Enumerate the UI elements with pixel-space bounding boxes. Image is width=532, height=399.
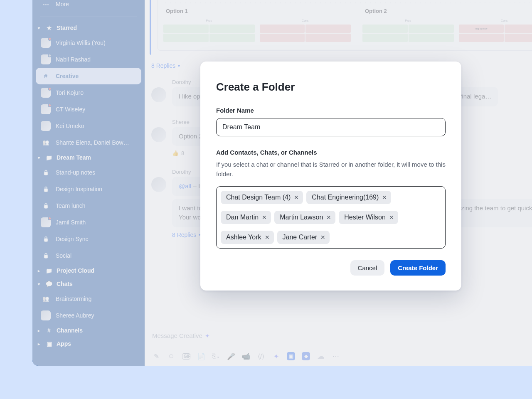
chip-input[interactable]: Chat Design Team (4)✕ Chat Engineering(1… xyxy=(216,186,446,249)
folder-name-input[interactable] xyxy=(216,118,446,136)
modal-title: Create a Folder xyxy=(216,81,446,94)
cancel-button[interactable]: Cancel xyxy=(350,260,385,276)
chip-label: Chat Design Team (4) xyxy=(226,194,291,201)
chip: Jane Carter✕ xyxy=(277,231,330,244)
chip: Ashlee York✕ xyxy=(221,231,274,244)
chip-label: Martin Lawson xyxy=(280,214,323,221)
chip-remove-icon[interactable]: ✕ xyxy=(382,195,387,200)
chip-label: Chat Engineering(169) xyxy=(312,194,379,201)
chip-label: Hester Wilson xyxy=(344,214,386,221)
chip-label: Ashlee York xyxy=(226,234,261,241)
create-folder-button[interactable]: Create Folder xyxy=(390,260,446,276)
chip-label: Jane Carter xyxy=(283,234,318,241)
create-folder-modal: Create a Folder Folder Name Add Contacts… xyxy=(200,62,461,291)
chip: Chat Design Team (4)✕ xyxy=(221,191,303,204)
chip-remove-icon[interactable]: ✕ xyxy=(294,195,299,200)
chip: Martin Lawson✕ xyxy=(274,211,335,224)
chip-label: Dan Martin xyxy=(226,214,259,221)
chip: Hester Wilson✕ xyxy=(339,211,398,224)
chip-remove-icon[interactable]: ✕ xyxy=(320,234,325,240)
chip: Chat Engineering(169)✕ xyxy=(306,191,391,204)
chip-remove-icon[interactable]: ✕ xyxy=(265,234,270,240)
chip-remove-icon[interactable]: ✕ xyxy=(262,214,267,220)
chip-remove-icon[interactable]: ✕ xyxy=(326,214,331,220)
add-contacts-hint: If you select a chat or channel that is … xyxy=(216,160,446,179)
chip: Dan Martin✕ xyxy=(221,211,271,224)
add-contacts-label: Add Contacts, Chats, or Channels xyxy=(216,149,446,156)
chip-remove-icon[interactable]: ✕ xyxy=(389,214,394,220)
folder-name-label: Folder Name xyxy=(216,107,446,114)
